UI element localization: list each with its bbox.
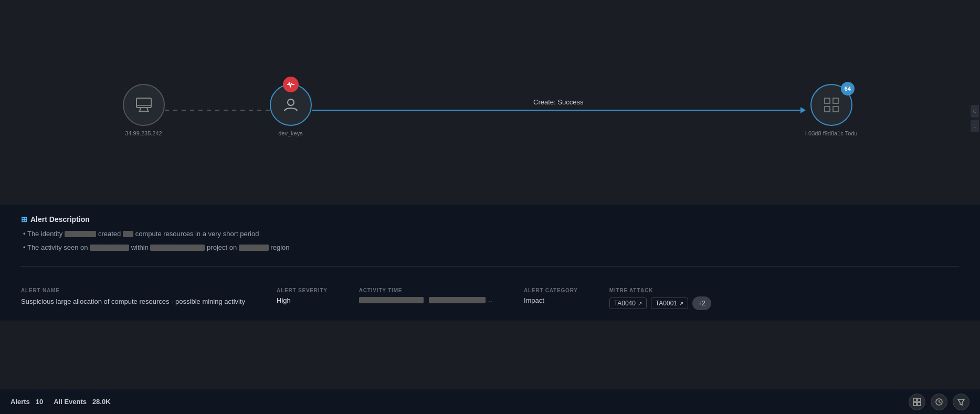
dashed-connector (165, 110, 270, 111)
svg-rect-9 (833, 107, 838, 112)
right-edge-panel: C L (970, 105, 980, 132)
alert-severity-label: ALERT SEVERITY (277, 288, 328, 293)
external-link-icon-ta0001: ↗ (679, 301, 683, 306)
clock-button[interactable] (931, 394, 947, 410)
redacted-count: 64 (123, 231, 133, 237)
time-redacted-2: Apr 24th 2022 17:21 (429, 297, 486, 303)
footer-actions (909, 394, 970, 410)
source-node-circle (123, 84, 165, 126)
svg-marker-17 (958, 399, 964, 405)
events-stat: All Events 28.0K (54, 398, 110, 406)
alert-name-field: ALERT NAME Suspicious large allocation o… (21, 288, 245, 307)
grid-icon (822, 95, 841, 114)
info-panel: ⊞ Alert Description The identity dev key… (0, 205, 980, 321)
alerts-count: 10 (36, 398, 43, 406)
alert-description-section: ⊞ Alert Description The identity dev key… (21, 215, 959, 267)
dashed-line (165, 110, 270, 111)
alert-name-label: ALERT NAME (21, 288, 245, 293)
alert-description-item-2: The activity seen on AWS project within … (23, 242, 959, 253)
redacted-identity: dev keys (65, 231, 97, 237)
svg-rect-12 (913, 402, 916, 406)
graph-area: 34.99.235.242 dev_keys Create: Succe (0, 0, 980, 205)
alert-description-title: ⊞ Alert Description (21, 215, 959, 224)
svg-line-16 (939, 402, 941, 403)
redacted-region: us-east-1 (239, 245, 269, 251)
user-node-label: dev_keys (278, 130, 302, 136)
alert-name-value: Suspicious large allocation of compute r… (21, 296, 245, 307)
alert-category-value: Impact (524, 296, 578, 304)
solid-connector: Create: Success (312, 110, 806, 111)
svg-rect-7 (833, 98, 838, 103)
pulse-icon (287, 80, 295, 89)
time-ellipsis: ... (487, 296, 492, 304)
alert-description-item-1: The identity dev keys created 64 compute… (23, 229, 959, 239)
alert-severity-field: ALERT SEVERITY High (277, 288, 328, 304)
activity-time-value: Apr 24th 2022 17:17:09 Apr 24th 2022 17:… (359, 296, 492, 304)
alert-meta-row: ALERT NAME Suspicious large allocation o… (21, 277, 959, 321)
external-link-icon-ta0040: ↗ (638, 301, 642, 306)
svg-rect-6 (825, 98, 830, 103)
svg-point-5 (288, 99, 294, 105)
mitre-tag-ta0040[interactable]: TA0040 ↗ (609, 298, 647, 309)
flow-container: 34.99.235.242 dev_keys Create: Succe (123, 84, 858, 136)
alerts-label: Alerts (10, 398, 30, 406)
events-count: 28.0K (92, 398, 111, 406)
footer: Alerts 10 All Events 28.0K (0, 389, 980, 414)
events-label: All Events (54, 398, 87, 406)
ta0001-text: TA0001 (656, 300, 677, 307)
svg-rect-8 (825, 107, 830, 112)
svg-line-2 (147, 108, 148, 111)
target-node-circle: 64 (810, 84, 852, 126)
alert-category-field: ALERT CATEGORY Impact (524, 288, 578, 304)
monitor-icon (134, 95, 153, 114)
source-node-label: 34.99.235.242 (125, 130, 162, 136)
filter-button[interactable] (953, 394, 970, 410)
solid-line (312, 110, 806, 111)
alerts-stat: Alerts 10 (10, 398, 43, 406)
target-node[interactable]: 64 i-03d8 f9d8a1c Todu (805, 84, 858, 136)
filter-icon (957, 398, 965, 406)
alert-badge (283, 77, 299, 92)
alert-severity-value: High (277, 296, 328, 304)
edge-tab-1[interactable]: C (971, 105, 979, 118)
svg-rect-10 (913, 398, 916, 401)
activity-time-field: ACTIVITY TIME Apr 24th 2022 17:17:09 Apr… (359, 288, 492, 304)
mitre-label: MITRE ATT&CK (609, 288, 711, 293)
clock-icon (935, 398, 943, 406)
mitre-tags: TA0040 ↗ TA0001 ↗ +2 (609, 296, 711, 310)
svg-rect-13 (918, 402, 921, 406)
svg-rect-0 (136, 98, 151, 108)
user-node[interactable]: dev_keys (270, 84, 312, 136)
target-node-label: i-03d8 f9d8a1c Todu (805, 130, 858, 136)
target-count-badge: 64 (841, 82, 855, 95)
svg-rect-11 (918, 398, 921, 401)
edge-tab-2[interactable]: L (971, 120, 979, 132)
source-node[interactable]: 34.99.235.242 (123, 84, 165, 136)
alert-category-label: ALERT CATEGORY (524, 288, 578, 293)
redacted-project: AWS project (90, 245, 129, 251)
user-icon (281, 95, 300, 114)
time-redacted-1: Apr 24th 2022 17:17:09 (359, 297, 424, 303)
ta0040-text: TA0040 (614, 300, 636, 307)
mitre-extra-button[interactable]: +2 (692, 296, 711, 310)
svg-line-1 (140, 108, 141, 111)
mitre-attack-field: MITRE ATT&CK TA0040 ↗ TA0001 ↗ +2 (609, 288, 711, 310)
grid-view-button[interactable] (909, 394, 925, 410)
alert-description-list: The identity dev keys created 64 compute… (21, 229, 959, 252)
grid-view-icon (913, 398, 921, 406)
created-text: created (98, 230, 123, 238)
connector-label: Create: Success (533, 98, 583, 106)
mitre-tag-ta0001[interactable]: TA0001 ↗ (651, 298, 688, 309)
activity-time-label: ACTIVITY TIME (359, 288, 492, 293)
alert-description-heading: Alert Description (30, 215, 90, 224)
description-icon: ⊞ (21, 215, 27, 224)
redacted-arn: arn:aws:iam::123 (150, 245, 205, 251)
